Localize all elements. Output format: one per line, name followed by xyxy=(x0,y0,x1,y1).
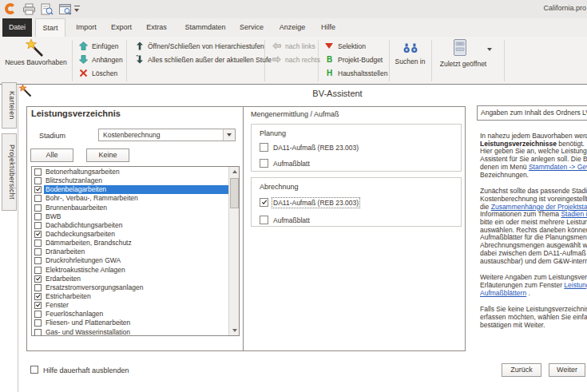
list-item[interactable]: Dämmarbeiten, Brandschutz xyxy=(32,239,228,247)
title-bar: California.pro xyxy=(0,0,587,18)
haushaltsstellen-button[interactable]: H Haushaltsstellen xyxy=(324,67,387,79)
tab-service[interactable]: Service xyxy=(235,18,268,37)
hide-help-checkbox[interactable] xyxy=(30,366,38,374)
item-checkbox[interactable] xyxy=(34,275,42,283)
list-item[interactable]: Blitzschutzanlagen xyxy=(32,176,228,185)
stadium-combobox[interactable]: Kostenberechnung xyxy=(98,129,236,141)
item-checkbox[interactable] xyxy=(34,168,42,176)
projekt-budget-button[interactable]: B Projekt-Budget xyxy=(324,53,383,65)
item-checkbox[interactable] xyxy=(34,195,42,202)
neues-bauvorhaben-button[interactable]: Neues Bauvorhaben xyxy=(0,37,72,85)
nach-links-button[interactable]: nach links xyxy=(272,40,315,52)
hierarchiestufen-oeffnen-button[interactable]: Öffnen/Schließen von Hierarchiestufen xyxy=(134,40,264,52)
item-checkbox[interactable] xyxy=(34,231,42,238)
suchen-in-button[interactable]: Suchen in xyxy=(389,37,431,85)
item-checkbox[interactable] xyxy=(34,222,42,229)
list-item[interactable]: BWB xyxy=(32,212,228,221)
abrechnung-aufmassblatt-checkbox-row[interactable]: Aufmaßblatt xyxy=(260,216,310,224)
anhaengen-button[interactable]: Anhängen xyxy=(78,53,123,65)
list-item[interactable]: Dränarbeiten xyxy=(32,247,228,256)
print-icon[interactable] xyxy=(22,3,36,15)
window-preview-icon[interactable] xyxy=(58,3,72,15)
alle-button[interactable]: Alle xyxy=(30,148,73,162)
list-item[interactable]: Betonerhaltungsarbeiten xyxy=(32,168,228,176)
item-checkbox[interactable] xyxy=(34,240,42,247)
planung-aufmassblatt-checkbox-row[interactable]: Aufmaßblatt xyxy=(260,159,310,168)
list-item[interactable]: Dachabdichtungsarbeiten xyxy=(32,221,228,230)
list-item[interactable]: Gas- und Wasserinstallation xyxy=(32,328,228,336)
planung-aufmassblatt-checkbox[interactable] xyxy=(260,159,268,168)
item-checkbox[interactable] xyxy=(34,329,42,336)
abrechnung-aufmassblatt-label: Aufmaßblatt xyxy=(273,216,310,224)
abrechnung-da11-checkbox-row[interactable]: DA11-Aufmaß (REB 23.003) xyxy=(260,198,359,207)
tab-import[interactable]: Import xyxy=(70,18,102,37)
nach-rechts-button[interactable]: nach rechts xyxy=(272,53,320,65)
tab-stammdaten[interactable]: Stammdaten xyxy=(177,18,233,37)
help-text: Falls Sie keine Leistungsverzeichniss xyxy=(480,305,587,313)
item-checkbox[interactable] xyxy=(34,293,42,300)
sidebar-tab-projektuebersicht[interactable]: Projektübersicht xyxy=(2,133,17,211)
print-preview-icon[interactable] xyxy=(40,3,54,15)
item-checkbox[interactable] xyxy=(34,177,42,184)
list-item[interactable]: Fenster xyxy=(32,301,228,310)
item-checkbox[interactable] xyxy=(34,284,42,291)
item-checkbox[interactable] xyxy=(34,302,42,309)
list-item[interactable]: Bodenbelagarbeiten xyxy=(32,185,228,194)
zurueck-button[interactable]: Zurück xyxy=(502,363,541,377)
keine-button[interactable]: Keine xyxy=(86,148,129,162)
scroll-up-icon[interactable] xyxy=(229,167,240,177)
list-item[interactable]: Brunnenbauarbeiten xyxy=(32,204,228,212)
abrechnung-da11-checkbox[interactable] xyxy=(260,198,268,207)
tab-hilfe[interactable]: Hilfe xyxy=(316,18,340,37)
item-checkbox[interactable] xyxy=(34,319,42,327)
help-link[interactable]: Stadien in xyxy=(561,210,587,218)
scroll-down-icon[interactable] xyxy=(229,325,240,335)
tab-anzeige[interactable]: Anzeige xyxy=(275,18,310,37)
tab-start[interactable]: Start xyxy=(35,18,65,37)
list-item[interactable]: Ersatzstromversorgungsanlagen xyxy=(32,283,228,292)
einfuegen-button[interactable]: Einfügen xyxy=(78,40,119,52)
item-checkbox[interactable] xyxy=(34,267,42,274)
help-link[interactable]: Zusammenhänge der Projektstad xyxy=(491,203,587,211)
tab-extras[interactable]: Extras xyxy=(141,18,173,37)
abrechnung-aufmassblatt-checkbox[interactable] xyxy=(260,216,268,224)
alles-schliessen-button[interactable]: Alles schließen außer der aktuellen Stuf… xyxy=(134,53,272,65)
help-link[interactable]: Aufmaßblättern xyxy=(480,289,526,297)
list-scrollbar[interactable] xyxy=(228,167,239,335)
list-item[interactable]: Bohr-, Verbau-, Rammarbeiten xyxy=(32,194,228,203)
help-link[interactable]: Leistung xyxy=(564,281,587,289)
list-item[interactable]: Elektroakustische Anlagen xyxy=(32,266,228,275)
combo-dropdown-icon[interactable] xyxy=(223,129,235,141)
item-label: Ersatzstromversorgungsanlagen xyxy=(44,283,228,292)
loeschen-button[interactable]: Löschen xyxy=(78,67,117,79)
item-checkbox[interactable] xyxy=(34,311,42,318)
scrollbar-thumb[interactable] xyxy=(230,178,239,208)
list-item[interactable]: Dachdeckungsarbeiten xyxy=(32,230,228,239)
quick-access-dropdown-icon[interactable] xyxy=(73,6,81,13)
list-item[interactable]: Estricharbeiten xyxy=(32,292,228,301)
list-item[interactable]: Feuerlöschanlagen xyxy=(32,310,228,319)
tab-export[interactable]: Export xyxy=(106,18,137,37)
hide-help-label: Hilfe dauerhaft ausblenden xyxy=(43,366,129,374)
list-item[interactable]: Erdarbeiten xyxy=(32,275,228,283)
selektion-button[interactable]: Selektion xyxy=(324,40,366,52)
planung-da11-checkbox-row[interactable]: DA11-Aufmaß (REB 23.003) xyxy=(260,143,359,152)
list-item[interactable]: Druckrohrleitungen GWA xyxy=(32,256,228,265)
planung-da11-checkbox[interactable] xyxy=(260,143,268,152)
item-checkbox[interactable] xyxy=(34,257,42,264)
help-text: die xyxy=(480,203,491,211)
list-item[interactable]: Fliesen- und Plattenarbeiten xyxy=(32,319,228,327)
help-link[interactable]: Stammdaten -> Gew xyxy=(529,163,587,171)
tab-datei[interactable]: Datei xyxy=(2,18,32,37)
item-checkbox[interactable] xyxy=(34,204,42,212)
item-checkbox[interactable] xyxy=(34,213,42,220)
help-text: Hier geben Sie an, welche Leistungsve xyxy=(480,147,587,155)
weiter-button[interactable]: Weiter xyxy=(549,363,585,377)
zuletzt-dropdown-icon[interactable] xyxy=(487,48,492,51)
item-checkbox[interactable] xyxy=(34,248,42,255)
projekt-budget-label: Projekt-Budget xyxy=(338,56,383,64)
zuletzt-geoeffnet-button[interactable]: Zuletzt geöffnet xyxy=(431,37,495,85)
sidebar-tab-karteien[interactable]: Karteien xyxy=(2,82,17,129)
delete-x-icon xyxy=(78,69,89,78)
item-checkbox[interactable] xyxy=(34,186,42,193)
